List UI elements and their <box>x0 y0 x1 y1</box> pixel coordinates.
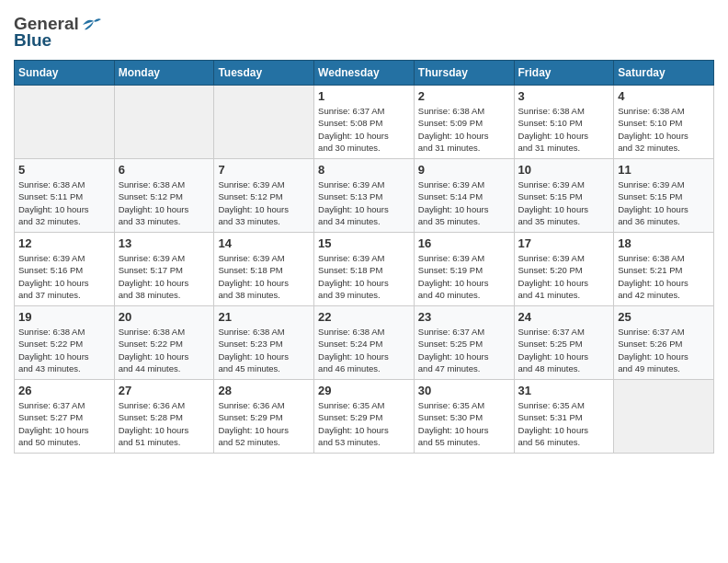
calendar-cell: 23Sunrise: 6:37 AM Sunset: 5:25 PM Dayli… <box>414 306 514 380</box>
day-number: 6 <box>119 163 210 177</box>
calendar-cell: 31Sunrise: 6:35 AM Sunset: 5:31 PM Dayli… <box>514 380 614 454</box>
day-number: 29 <box>318 384 410 397</box>
day-number: 30 <box>418 384 510 397</box>
calendar-cell: 24Sunrise: 6:37 AM Sunset: 5:25 PM Dayli… <box>514 306 614 380</box>
page-header: General Blue <box>14 14 714 51</box>
weekday-header-friday: Friday <box>514 61 614 86</box>
calendar-cell <box>214 86 314 159</box>
day-number: 1 <box>318 89 410 103</box>
calendar-week-row: 12Sunrise: 6:39 AM Sunset: 5:16 PM Dayli… <box>15 233 714 306</box>
day-number: 21 <box>218 310 310 324</box>
calendar-week-row: 1Sunrise: 6:37 AM Sunset: 5:08 PM Daylig… <box>15 86 714 159</box>
day-number: 17 <box>518 236 610 250</box>
calendar-cell: 10Sunrise: 6:39 AM Sunset: 5:15 PM Dayli… <box>514 159 614 233</box>
day-info: Sunrise: 6:38 AM Sunset: 5:12 PM Dayligh… <box>119 178 210 227</box>
day-number: 20 <box>119 310 210 324</box>
weekday-header-monday: Monday <box>114 61 214 86</box>
day-number: 9 <box>418 163 510 177</box>
day-info: Sunrise: 6:36 AM Sunset: 5:28 PM Dayligh… <box>119 399 210 448</box>
calendar-cell: 6Sunrise: 6:38 AM Sunset: 5:12 PM Daylig… <box>114 159 214 233</box>
day-info: Sunrise: 6:38 AM Sunset: 5:10 PM Dayligh… <box>518 105 610 154</box>
day-info: Sunrise: 6:38 AM Sunset: 5:11 PM Dayligh… <box>18 178 110 227</box>
calendar-cell: 30Sunrise: 6:35 AM Sunset: 5:30 PM Dayli… <box>414 380 514 454</box>
day-number: 2 <box>418 89 510 103</box>
calendar-cell: 16Sunrise: 6:39 AM Sunset: 5:19 PM Dayli… <box>414 233 514 306</box>
calendar-cell: 25Sunrise: 6:37 AM Sunset: 5:26 PM Dayli… <box>614 306 714 380</box>
day-number: 3 <box>518 89 610 103</box>
day-number: 18 <box>618 236 710 250</box>
day-number: 25 <box>618 310 710 324</box>
calendar-cell: 2Sunrise: 6:38 AM Sunset: 5:09 PM Daylig… <box>414 86 514 159</box>
day-number: 14 <box>218 236 310 250</box>
day-info: Sunrise: 6:39 AM Sunset: 5:20 PM Dayligh… <box>518 252 610 301</box>
calendar-cell: 1Sunrise: 6:37 AM Sunset: 5:08 PM Daylig… <box>314 86 415 159</box>
calendar-cell: 27Sunrise: 6:36 AM Sunset: 5:28 PM Dayli… <box>114 380 214 454</box>
day-info: Sunrise: 6:39 AM Sunset: 5:17 PM Dayligh… <box>119 252 210 301</box>
day-number: 12 <box>18 236 110 250</box>
calendar-cell: 21Sunrise: 6:38 AM Sunset: 5:23 PM Dayli… <box>214 306 314 380</box>
day-info: Sunrise: 6:38 AM Sunset: 5:22 PM Dayligh… <box>18 326 110 374</box>
calendar-week-row: 19Sunrise: 6:38 AM Sunset: 5:22 PM Dayli… <box>15 306 714 380</box>
day-number: 13 <box>119 236 210 250</box>
day-info: Sunrise: 6:38 AM Sunset: 5:09 PM Dayligh… <box>418 105 510 154</box>
calendar-cell: 11Sunrise: 6:39 AM Sunset: 5:15 PM Dayli… <box>614 159 714 233</box>
day-number: 7 <box>218 163 310 177</box>
weekday-header-sunday: Sunday <box>15 61 115 86</box>
day-info: Sunrise: 6:38 AM Sunset: 5:10 PM Dayligh… <box>618 105 710 154</box>
day-info: Sunrise: 6:39 AM Sunset: 5:18 PM Dayligh… <box>218 252 310 301</box>
calendar-cell: 22Sunrise: 6:38 AM Sunset: 5:24 PM Dayli… <box>314 306 415 380</box>
day-info: Sunrise: 6:38 AM Sunset: 5:22 PM Dayligh… <box>119 326 210 374</box>
calendar-table: SundayMondayTuesdayWednesdayThursdayFrid… <box>14 60 714 454</box>
day-info: Sunrise: 6:39 AM Sunset: 5:12 PM Dayligh… <box>218 178 310 227</box>
calendar-cell: 15Sunrise: 6:39 AM Sunset: 5:18 PM Dayli… <box>314 233 415 306</box>
calendar-cell: 19Sunrise: 6:38 AM Sunset: 5:22 PM Dayli… <box>15 306 115 380</box>
calendar-cell: 14Sunrise: 6:39 AM Sunset: 5:18 PM Dayli… <box>214 233 314 306</box>
day-info: Sunrise: 6:38 AM Sunset: 5:24 PM Dayligh… <box>318 326 410 374</box>
day-info: Sunrise: 6:37 AM Sunset: 5:25 PM Dayligh… <box>518 326 610 374</box>
day-info: Sunrise: 6:37 AM Sunset: 5:08 PM Dayligh… <box>318 105 410 154</box>
day-info: Sunrise: 6:39 AM Sunset: 5:15 PM Dayligh… <box>518 178 610 227</box>
calendar-cell: 7Sunrise: 6:39 AM Sunset: 5:12 PM Daylig… <box>214 159 314 233</box>
day-info: Sunrise: 6:35 AM Sunset: 5:29 PM Dayligh… <box>318 399 410 448</box>
weekday-header-tuesday: Tuesday <box>214 61 314 86</box>
calendar-cell <box>114 86 214 159</box>
day-info: Sunrise: 6:39 AM Sunset: 5:15 PM Dayligh… <box>618 178 710 227</box>
day-number: 27 <box>119 384 210 397</box>
day-info: Sunrise: 6:37 AM Sunset: 5:27 PM Dayligh… <box>18 399 110 448</box>
calendar-week-row: 5Sunrise: 6:38 AM Sunset: 5:11 PM Daylig… <box>15 159 714 233</box>
calendar-cell: 12Sunrise: 6:39 AM Sunset: 5:16 PM Dayli… <box>15 233 115 306</box>
weekday-header-row: SundayMondayTuesdayWednesdayThursdayFrid… <box>15 61 714 86</box>
logo-blue-text: Blue <box>14 30 51 51</box>
logo: General Blue <box>14 14 101 51</box>
day-number: 11 <box>618 163 710 177</box>
day-number: 23 <box>418 310 510 324</box>
day-info: Sunrise: 6:39 AM Sunset: 5:16 PM Dayligh… <box>18 252 110 301</box>
calendar-cell: 3Sunrise: 6:38 AM Sunset: 5:10 PM Daylig… <box>514 86 614 159</box>
weekday-header-thursday: Thursday <box>414 61 514 86</box>
day-info: Sunrise: 6:39 AM Sunset: 5:18 PM Dayligh… <box>318 252 410 301</box>
calendar-cell: 20Sunrise: 6:38 AM Sunset: 5:22 PM Dayli… <box>114 306 214 380</box>
calendar-cell: 28Sunrise: 6:36 AM Sunset: 5:29 PM Dayli… <box>214 380 314 454</box>
calendar-cell: 4Sunrise: 6:38 AM Sunset: 5:10 PM Daylig… <box>614 86 714 159</box>
calendar-cell: 17Sunrise: 6:39 AM Sunset: 5:20 PM Dayli… <box>514 233 614 306</box>
day-info: Sunrise: 6:39 AM Sunset: 5:14 PM Dayligh… <box>418 178 510 227</box>
logo-bird-icon <box>81 16 101 32</box>
day-info: Sunrise: 6:35 AM Sunset: 5:31 PM Dayligh… <box>518 399 610 448</box>
calendar-cell: 9Sunrise: 6:39 AM Sunset: 5:14 PM Daylig… <box>414 159 514 233</box>
day-number: 19 <box>18 310 110 324</box>
day-info: Sunrise: 6:35 AM Sunset: 5:30 PM Dayligh… <box>418 399 510 448</box>
day-info: Sunrise: 6:37 AM Sunset: 5:26 PM Dayligh… <box>618 326 710 374</box>
day-number: 26 <box>18 384 110 397</box>
day-number: 10 <box>518 163 610 177</box>
day-info: Sunrise: 6:39 AM Sunset: 5:13 PM Dayligh… <box>318 178 410 227</box>
calendar-cell: 26Sunrise: 6:37 AM Sunset: 5:27 PM Dayli… <box>15 380 115 454</box>
calendar-cell: 5Sunrise: 6:38 AM Sunset: 5:11 PM Daylig… <box>15 159 115 233</box>
calendar-cell <box>15 86 115 159</box>
day-number: 16 <box>418 236 510 250</box>
day-number: 8 <box>318 163 410 177</box>
calendar-cell <box>614 380 714 454</box>
day-info: Sunrise: 6:36 AM Sunset: 5:29 PM Dayligh… <box>218 399 310 448</box>
day-info: Sunrise: 6:37 AM Sunset: 5:25 PM Dayligh… <box>418 326 510 374</box>
calendar-cell: 18Sunrise: 6:38 AM Sunset: 5:21 PM Dayli… <box>614 233 714 306</box>
calendar-cell: 29Sunrise: 6:35 AM Sunset: 5:29 PM Dayli… <box>314 380 415 454</box>
